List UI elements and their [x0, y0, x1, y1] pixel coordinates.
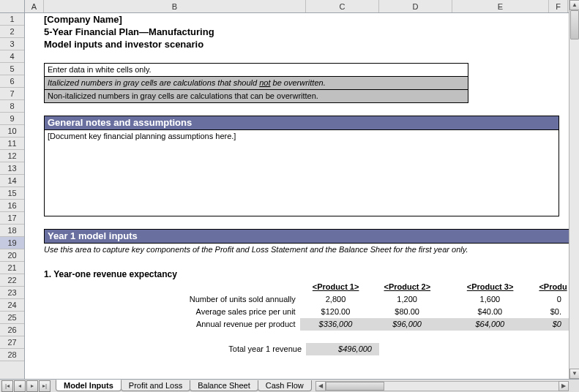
total-value[interactable]: $496,000 — [306, 343, 379, 355]
row-header[interactable]: 4 — [0, 50, 24, 63]
sheet-tabs: Model Inputs Profit and Loss Balance She… — [56, 380, 311, 391]
product-header[interactable]: <Product 2> — [371, 281, 443, 293]
row-header[interactable]: 12 — [0, 150, 24, 162]
annual-revenue-row: Annual revenue per product $336,000 $96,… — [44, 318, 569, 331]
info-line-3[interactable]: Non-italicized numbers in gray cells are… — [44, 90, 468, 103]
row-header[interactable]: 9 — [0, 113, 24, 125]
notes-section-header[interactable]: General notes and assumptions — [44, 116, 559, 130]
col-header-B[interactable]: B — [44, 0, 306, 12]
cell-value[interactable]: 1,600 — [443, 293, 537, 306]
row-header[interactable]: 1 — [0, 13, 24, 26]
row-header[interactable]: 14 — [0, 175, 24, 187]
year1-section-header[interactable]: Year 1 model inputs — [44, 229, 569, 244]
tab-next-button[interactable]: ▸ — [26, 380, 38, 392]
row-label[interactable]: Number of units sold annually — [44, 293, 300, 306]
info-line-1[interactable]: Enter data in white cells only. — [44, 63, 468, 77]
tab-balance-sheet[interactable]: Balance Sheet — [190, 380, 258, 391]
scroll-thumb[interactable] — [570, 10, 579, 39]
cell-value-calc[interactable]: $96,000 — [371, 318, 443, 331]
cell-value[interactable]: 0 — [537, 293, 569, 306]
row-header[interactable]: 17 — [0, 212, 24, 225]
cell-value[interactable]: 2,800 — [300, 293, 372, 306]
row-header[interactable]: 19 — [0, 237, 24, 249]
revenue-subhead[interactable]: 1. Year-one revenue expectancy — [44, 268, 569, 281]
cell-value[interactable]: $120.00 — [300, 306, 372, 318]
row-header[interactable]: 27 — [0, 336, 24, 349]
row-header[interactable]: 5 — [0, 63, 24, 75]
row-header[interactable]: 22 — [0, 274, 24, 287]
row-header[interactable]: 15 — [0, 187, 24, 200]
sheet-tab-bar: |◂ ◂ ▸ ▸| Model Inputs Profit and Loss B… — [0, 379, 579, 392]
row-label[interactable]: Annual revenue per product — [44, 318, 300, 331]
row-header[interactable]: 21 — [0, 262, 24, 274]
tab-nav-buttons: |◂ ◂ ▸ ▸| — [0, 380, 53, 392]
product-header[interactable]: <Produ — [537, 281, 569, 293]
row-label[interactable]: Average sales price per unit — [44, 306, 300, 318]
cell-value[interactable]: $80.00 — [371, 306, 443, 318]
info-line-2[interactable]: Italicized numbers in gray cells are cal… — [44, 77, 468, 90]
scroll-thumb[interactable] — [326, 382, 384, 391]
horizontal-scrollbar[interactable]: ◀ ▶ — [315, 381, 569, 391]
plan-title[interactable]: 5-Year Financial Plan—Manufacturing — [44, 26, 569, 38]
scroll-track[interactable] — [326, 381, 559, 391]
row-header[interactable]: 24 — [0, 299, 24, 312]
row-header[interactable]: 3 — [0, 38, 24, 50]
year1-note[interactable]: Use this area to capture key components … — [44, 244, 569, 256]
units-row: Number of units sold annually 2,800 1,20… — [44, 293, 569, 306]
tab-cash-flow[interactable]: Cash Flow — [258, 380, 312, 391]
product-header-row: <Product 1> <Product 2> <Product 3> <Pro… — [44, 281, 569, 293]
tab-profit-loss[interactable]: Profit and Loss — [121, 380, 190, 391]
cell-value-calc[interactable]: $64,000 — [443, 318, 537, 331]
cell-area[interactable]: [Company Name] 5-Year Financial Plan—Man… — [25, 13, 569, 379]
select-all-corner[interactable] — [0, 0, 25, 13]
tab-model-inputs[interactable]: Model Inputs — [56, 380, 122, 391]
col-header-C[interactable]: C — [306, 0, 379, 12]
row-header[interactable]: 23 — [0, 287, 24, 299]
row-header[interactable]: 7 — [0, 88, 24, 100]
price-row: Average sales price per unit $120.00 $80… — [44, 306, 569, 318]
scroll-left-button[interactable]: ◀ — [315, 381, 326, 391]
total-label[interactable]: Total year 1 revenue — [44, 343, 306, 355]
row-header[interactable]: 18 — [0, 225, 24, 237]
row-header[interactable]: 20 — [0, 249, 24, 262]
row-header[interactable]: 25 — [0, 312, 24, 324]
row-header[interactable]: 28 — [0, 349, 24, 361]
row-header[interactable]: 13 — [0, 162, 24, 175]
cell-value-calc[interactable]: $336,000 — [300, 318, 372, 331]
col-header-F[interactable]: F — [549, 0, 568, 12]
scroll-right-button[interactable]: ▶ — [559, 381, 569, 391]
plan-subtitle[interactable]: Model inputs and investor scenario — [44, 38, 569, 50]
tab-last-button[interactable]: ▸| — [39, 380, 51, 392]
col-header-D[interactable]: D — [379, 0, 452, 12]
cell-value[interactable]: $0. — [537, 306, 569, 318]
row-header[interactable]: 10 — [0, 125, 24, 137]
row-header[interactable]: 8 — [0, 100, 24, 113]
cell-value[interactable]: $40.00 — [443, 306, 537, 318]
spreadsheet-grid: A B C D E F 1 2 3 4 5 6 7 8 9 10 11 12 1… — [0, 0, 569, 379]
row-headers: 1 2 3 4 5 6 7 8 9 10 11 12 13 14 15 16 1… — [0, 13, 25, 379]
total-row: Total year 1 revenue $496,000 — [44, 343, 569, 355]
tab-prev-button[interactable]: ◂ — [14, 380, 26, 392]
column-headers: A B C D E F — [25, 0, 569, 13]
scroll-down-button[interactable]: ▼ — [569, 369, 579, 379]
company-name[interactable]: [Company Name] — [44, 13, 569, 26]
row-header[interactable]: 11 — [0, 137, 24, 150]
product-header[interactable]: <Product 3> — [443, 281, 537, 293]
col-header-E[interactable]: E — [452, 0, 549, 12]
product-header[interactable]: <Product 1> — [300, 281, 372, 293]
row-header[interactable]: 26 — [0, 324, 24, 336]
scroll-up-button[interactable]: ▲ — [569, 0, 579, 10]
col-header-A[interactable]: A — [25, 0, 44, 12]
row-header[interactable]: 2 — [0, 26, 24, 38]
tab-first-button[interactable]: |◂ — [1, 380, 13, 392]
notes-body[interactable]: [Document key financial planning assumpt… — [44, 130, 559, 216]
row-header[interactable]: 6 — [0, 75, 24, 88]
cell-value-calc[interactable]: $0 — [537, 318, 569, 331]
vertical-scrollbar[interactable]: ▲ ▼ — [569, 0, 579, 379]
cell-value[interactable]: 1,200 — [371, 293, 443, 306]
row-header[interactable]: 16 — [0, 200, 24, 212]
